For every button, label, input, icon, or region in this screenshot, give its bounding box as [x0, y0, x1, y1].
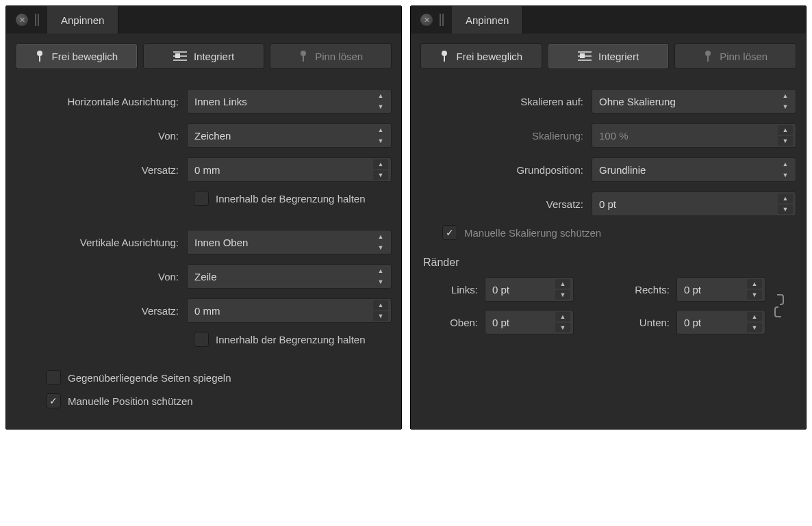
tab-label: Anpinnen — [61, 14, 104, 26]
margin-top-input[interactable]: 0 pt▲▼ — [485, 310, 574, 334]
mode-free-button[interactable]: Frei beweglich — [420, 43, 542, 69]
mode-inline-button[interactable]: Integriert — [143, 43, 265, 69]
step-up-icon[interactable]: ▲ — [373, 159, 388, 169]
mode-label: Pinn lösen — [315, 51, 363, 62]
v-align-select[interactable]: Innen Oben ▲▼ — [187, 230, 392, 254]
mirror-pages-checkbox[interactable] — [46, 370, 61, 385]
step-down-icon[interactable]: ▼ — [373, 170, 388, 180]
step-down-icon[interactable]: ▼ — [747, 323, 762, 332]
close-icon[interactable]: ✕ — [16, 14, 28, 26]
input-value: 0 mm — [194, 305, 220, 317]
input-value: 0 pt — [684, 284, 701, 295]
step-down-icon[interactable]: ▼ — [373, 311, 388, 321]
select-value: Zeichen — [194, 130, 231, 142]
drag-grip-icon[interactable] — [440, 14, 445, 26]
v-from-label: Von: — [16, 271, 187, 282]
scaling-label: Skalierung: — [420, 130, 592, 142]
tab-label: Anpinnen — [466, 14, 509, 26]
h-keep-inside-checkbox[interactable] — [194, 191, 209, 206]
tab-anpinnen[interactable]: Anpinnen — [452, 6, 523, 34]
close-icon[interactable]: ✕ — [420, 14, 433, 26]
mode-bar: Frei beweglich Integriert Pinn lösen — [6, 34, 401, 76]
chevron-down-icon: ▼ — [778, 102, 793, 111]
v-keep-inside-checkbox[interactable] — [194, 332, 209, 347]
mirror-pages-row: Gegenüberliegende Seiten spiegeln — [16, 366, 392, 389]
unpin-icon — [299, 50, 308, 62]
h-from-row: Von: Zeichen ▲▼ — [16, 118, 392, 153]
svg-rect-13 — [580, 53, 585, 58]
step-up-icon[interactable]: ▲ — [747, 279, 762, 289]
scale-to-select[interactable]: Ohne Skalierung ▲▼ — [592, 89, 796, 114]
inline-offset-input[interactable]: 0 pt ▲▼ — [592, 192, 796, 216]
step-up-icon[interactable]: ▲ — [747, 312, 762, 321]
chevron-up-icon: ▲ — [373, 125, 388, 135]
step-down-icon[interactable]: ▼ — [778, 205, 793, 214]
v-from-row: Von: Zeile ▲▼ — [16, 259, 392, 293]
svg-rect-5 — [175, 53, 180, 58]
svg-rect-12 — [578, 60, 592, 61]
svg-rect-15 — [707, 55, 709, 62]
checkbox-label: Innerhalb der Begrenzung halten — [216, 193, 366, 205]
mode-label: Frei beweglich — [51, 51, 118, 62]
pin-icon — [35, 50, 45, 62]
h-from-select[interactable]: Zeichen ▲▼ — [187, 123, 392, 148]
chevron-up-icon: ▲ — [778, 91, 793, 101]
chevron-up-icon: ▲ — [373, 266, 388, 276]
inline-icon — [578, 51, 592, 61]
chevron-down-icon: ▼ — [778, 170, 793, 180]
step-up-icon[interactable]: ▲ — [373, 300, 388, 310]
v-offset-input[interactable]: 0 mm ▲▼ — [187, 298, 392, 323]
v-align-row: Vertikale Ausrichtung: Innen Oben ▲▼ — [16, 225, 392, 259]
step-up-icon[interactable]: ▲ — [555, 312, 570, 321]
tab-anpinnen[interactable]: Anpinnen — [47, 6, 118, 34]
select-value: Innen Links — [194, 96, 247, 107]
drag-grip-icon[interactable] — [35, 14, 40, 26]
margin-left-input[interactable]: 0 pt▲▼ — [485, 277, 574, 302]
link-margins-icon[interactable] — [765, 293, 793, 318]
base-pos-select[interactable]: Grundlinie ▲▼ — [592, 157, 796, 182]
checkbox-label: Manuelle Position schützen — [68, 395, 193, 407]
h-keep-inside-row: Innerhalb der Begrenzung halten — [16, 187, 392, 210]
step-down-icon[interactable]: ▼ — [555, 290, 570, 300]
mode-label: Integriert — [598, 51, 639, 62]
svg-rect-7 — [303, 55, 304, 62]
mode-free-button[interactable]: Frei beweglich — [16, 43, 138, 69]
mode-unpin-button[interactable]: Pinn lösen — [674, 43, 796, 69]
pin-panel-inline: ✕ Anpinnen Frei beweglich Integriert Pin… — [410, 5, 807, 430]
step-up-icon[interactable]: ▲ — [555, 279, 570, 289]
step-down-icon[interactable]: ▼ — [555, 323, 570, 332]
scaling-row: Skalierung: 100 % ▲▼ — [420, 118, 796, 153]
margin-right-input[interactable]: 0 pt▲▼ — [676, 277, 765, 302]
select-value: Grundlinie — [599, 164, 646, 176]
mode-inline-button[interactable]: Integriert — [548, 43, 670, 69]
h-offset-input[interactable]: 0 mm ▲▼ — [187, 157, 392, 182]
margins-grid: Links: 0 pt▲▼ Rechts: 0 pt▲▼ Oben: 0 pt▲… — [420, 273, 796, 334]
h-offset-row: Versatz: 0 mm ▲▼ — [16, 153, 392, 187]
margin-bottom-input[interactable]: 0 pt▲▼ — [676, 310, 765, 334]
margin-top-label: Oben: — [423, 317, 485, 328]
protect-position-checkbox[interactable] — [46, 393, 61, 408]
step-down-icon: ▼ — [778, 136, 793, 146]
spacer — [16, 210, 392, 225]
chevron-down-icon: ▼ — [373, 243, 388, 252]
protect-scale-row: Manuelle Skalierung schützen — [420, 221, 796, 244]
pin-panel-free: ✕ Anpinnen Frei beweglich Integriert Pin… — [5, 5, 402, 430]
scale-to-label: Skalieren auf: — [420, 96, 592, 107]
svg-point-6 — [301, 51, 306, 56]
step-down-icon[interactable]: ▼ — [747, 290, 762, 300]
margin-right-label: Rechts: — [601, 284, 676, 295]
mode-unpin-button[interactable]: Pinn lösen — [270, 43, 392, 69]
protect-scale-checkbox[interactable] — [442, 225, 457, 240]
svg-rect-2 — [173, 51, 187, 53]
panel-body: Horizontale Ausrichtung: Innen Links ▲▼ … — [6, 76, 401, 429]
panel-body: Skalieren auf: Ohne Skalierung ▲▼ Skalie… — [411, 76, 806, 351]
protect-position-row: Manuelle Position schützen — [16, 389, 392, 412]
v-from-select[interactable]: Zeile ▲▼ — [187, 264, 392, 289]
select-value: Innen Oben — [194, 237, 248, 248]
h-align-select[interactable]: Innen Links ▲▼ — [187, 89, 392, 114]
margin-bottom-label: Unten: — [601, 317, 676, 328]
svg-rect-9 — [444, 55, 445, 62]
checkbox-label: Manuelle Skalierung schützen — [464, 227, 601, 239]
step-up-icon[interactable]: ▲ — [778, 194, 793, 203]
tab-controls: ✕ — [6, 6, 47, 34]
